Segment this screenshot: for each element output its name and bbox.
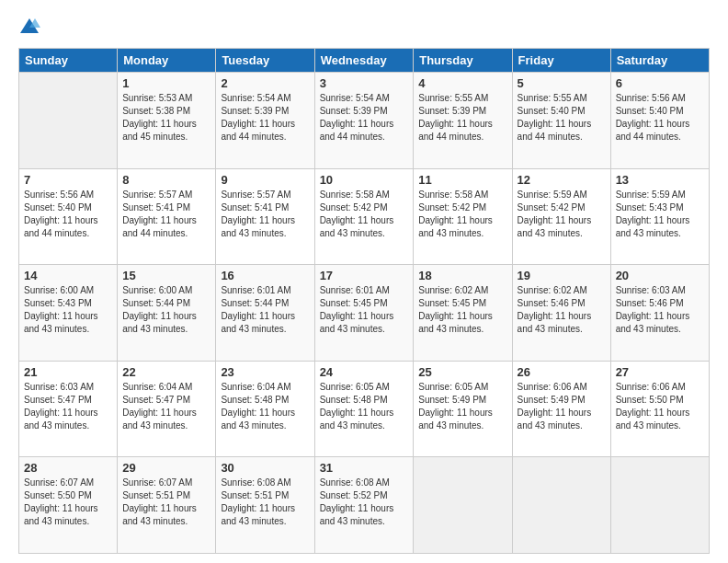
day-number: 20 [616,269,704,282]
day-number: 24 [320,365,409,379]
calendar-cell: 20Sunrise: 6:03 AM Sunset: 5:46 PM Dayli… [610,265,709,362]
day-number: 19 [518,269,606,282]
calendar: SundayMondayTuesdayWednesdayThursdayFrid… [18,48,710,554]
day-info: Sunrise: 6:04 AM Sunset: 5:48 PM Dayligh… [221,381,309,432]
day-info: Sunrise: 5:55 AM Sunset: 5:39 PM Dayligh… [418,92,506,144]
header [18,17,710,39]
day-number: 29 [122,461,210,475]
calendar-cell: 28Sunrise: 6:07 AM Sunset: 5:50 PM Dayli… [19,457,118,554]
day-info: Sunrise: 6:07 AM Sunset: 5:50 PM Dayligh… [24,477,112,528]
day-number: 3 [320,76,409,90]
day-info: Sunrise: 6:06 AM Sunset: 5:50 PM Dayligh… [616,381,704,432]
day-info: Sunrise: 5:59 AM Sunset: 5:42 PM Dayligh… [518,189,606,240]
calendar-week-row: 7Sunrise: 5:56 AM Sunset: 5:40 PM Daylig… [19,168,710,265]
calendar-cell: 2Sunrise: 5:54 AM Sunset: 5:39 PM Daylig… [216,73,314,169]
day-info: Sunrise: 5:53 AM Sunset: 5:38 PM Dayligh… [122,92,210,144]
calendar-cell: 9Sunrise: 5:57 AM Sunset: 5:41 PM Daylig… [216,168,314,265]
day-number: 6 [616,76,704,90]
weekday-header-monday: Monday [118,49,216,73]
day-number: 11 [418,173,506,187]
calendar-cell: 31Sunrise: 6:08 AM Sunset: 5:52 PM Dayli… [314,457,414,554]
day-number: 30 [221,461,309,475]
calendar-cell: 7Sunrise: 5:56 AM Sunset: 5:40 PM Daylig… [19,168,118,265]
page: SundayMondayTuesdayWednesdayThursdayFrid… [0,0,728,563]
calendar-week-row: 28Sunrise: 6:07 AM Sunset: 5:50 PM Dayli… [19,457,710,554]
calendar-cell: 22Sunrise: 6:04 AM Sunset: 5:47 PM Dayli… [118,361,216,457]
calendar-week-row: 14Sunrise: 6:00 AM Sunset: 5:43 PM Dayli… [19,265,710,362]
day-number: 2 [221,76,309,90]
weekday-header-tuesday: Tuesday [216,49,314,73]
day-number: 27 [616,365,704,379]
logo [18,17,44,39]
calendar-cell: 27Sunrise: 6:06 AM Sunset: 5:50 PM Dayli… [610,361,709,457]
calendar-week-row: 1Sunrise: 5:53 AM Sunset: 5:38 PM Daylig… [19,73,710,169]
calendar-cell: 24Sunrise: 6:05 AM Sunset: 5:48 PM Dayli… [314,361,414,457]
calendar-cell: 18Sunrise: 6:02 AM Sunset: 5:45 PM Dayli… [414,265,512,362]
day-number: 7 [24,173,112,187]
day-info: Sunrise: 6:05 AM Sunset: 5:49 PM Dayligh… [418,381,506,432]
day-info: Sunrise: 5:59 AM Sunset: 5:43 PM Dayligh… [616,189,704,240]
calendar-header: SundayMondayTuesdayWednesdayThursdayFrid… [19,49,710,73]
day-info: Sunrise: 5:56 AM Sunset: 5:40 PM Dayligh… [616,92,704,144]
weekday-header-thursday: Thursday [414,49,512,73]
day-info: Sunrise: 6:02 AM Sunset: 5:45 PM Dayligh… [418,284,506,336]
day-info: Sunrise: 6:03 AM Sunset: 5:47 PM Dayligh… [24,381,112,432]
calendar-cell: 11Sunrise: 5:58 AM Sunset: 5:42 PM Dayli… [414,168,512,265]
calendar-week-row: 21Sunrise: 6:03 AM Sunset: 5:47 PM Dayli… [19,361,710,457]
day-number: 9 [221,173,309,187]
day-number: 1 [122,76,210,90]
calendar-cell: 30Sunrise: 6:08 AM Sunset: 5:51 PM Dayli… [216,457,314,554]
calendar-cell: 6Sunrise: 5:56 AM Sunset: 5:40 PM Daylig… [610,73,709,169]
calendar-cell: 10Sunrise: 5:58 AM Sunset: 5:42 PM Dayli… [314,168,414,265]
day-info: Sunrise: 5:55 AM Sunset: 5:40 PM Dayligh… [518,92,606,144]
day-info: Sunrise: 5:58 AM Sunset: 5:42 PM Dayligh… [320,189,409,240]
weekday-header-friday: Friday [512,49,610,73]
day-info: Sunrise: 5:56 AM Sunset: 5:40 PM Dayligh… [24,189,112,240]
day-number: 8 [122,173,210,187]
calendar-body: 1Sunrise: 5:53 AM Sunset: 5:38 PM Daylig… [19,73,710,554]
day-number: 17 [320,269,409,282]
calendar-cell: 29Sunrise: 6:07 AM Sunset: 5:51 PM Dayli… [118,457,216,554]
day-number: 31 [320,461,409,475]
day-number: 26 [518,365,606,379]
calendar-cell: 21Sunrise: 6:03 AM Sunset: 5:47 PM Dayli… [19,361,118,457]
day-number: 10 [320,173,409,187]
day-info: Sunrise: 6:01 AM Sunset: 5:44 PM Dayligh… [221,284,309,336]
calendar-cell: 3Sunrise: 5:54 AM Sunset: 5:39 PM Daylig… [314,73,414,169]
weekday-row: SundayMondayTuesdayWednesdayThursdayFrid… [19,49,710,73]
calendar-cell: 8Sunrise: 5:57 AM Sunset: 5:41 PM Daylig… [118,168,216,265]
calendar-cell: 17Sunrise: 6:01 AM Sunset: 5:45 PM Dayli… [314,265,414,362]
day-info: Sunrise: 6:07 AM Sunset: 5:51 PM Dayligh… [122,477,210,528]
day-info: Sunrise: 5:57 AM Sunset: 5:41 PM Dayligh… [122,189,210,240]
day-info: Sunrise: 6:01 AM Sunset: 5:45 PM Dayligh… [320,284,409,336]
calendar-cell: 14Sunrise: 6:00 AM Sunset: 5:43 PM Dayli… [19,265,118,362]
day-number: 22 [122,365,210,379]
day-number: 13 [616,173,704,187]
calendar-cell: 13Sunrise: 5:59 AM Sunset: 5:43 PM Dayli… [610,168,709,265]
weekday-header-wednesday: Wednesday [314,49,414,73]
weekday-header-saturday: Saturday [610,49,709,73]
calendar-cell: 25Sunrise: 6:05 AM Sunset: 5:49 PM Dayli… [414,361,512,457]
day-number: 5 [518,76,606,90]
day-number: 12 [518,173,606,187]
logo-icon [18,17,40,39]
day-number: 28 [24,461,112,475]
day-info: Sunrise: 5:58 AM Sunset: 5:42 PM Dayligh… [418,189,506,240]
day-number: 21 [24,365,112,379]
weekday-header-sunday: Sunday [19,49,118,73]
calendar-cell: 4Sunrise: 5:55 AM Sunset: 5:39 PM Daylig… [414,73,512,169]
calendar-cell [512,457,610,554]
calendar-cell: 5Sunrise: 5:55 AM Sunset: 5:40 PM Daylig… [512,73,610,169]
day-number: 4 [418,76,506,90]
calendar-cell: 19Sunrise: 6:02 AM Sunset: 5:46 PM Dayli… [512,265,610,362]
calendar-cell [19,73,118,169]
day-info: Sunrise: 6:06 AM Sunset: 5:49 PM Dayligh… [518,381,606,432]
day-number: 15 [122,269,210,282]
day-number: 23 [221,365,309,379]
day-info: Sunrise: 6:05 AM Sunset: 5:48 PM Dayligh… [320,381,409,432]
calendar-cell: 1Sunrise: 5:53 AM Sunset: 5:38 PM Daylig… [118,73,216,169]
day-number: 18 [418,269,506,282]
day-info: Sunrise: 6:02 AM Sunset: 5:46 PM Dayligh… [518,284,606,336]
calendar-cell: 12Sunrise: 5:59 AM Sunset: 5:42 PM Dayli… [512,168,610,265]
day-info: Sunrise: 6:08 AM Sunset: 5:52 PM Dayligh… [320,477,409,528]
